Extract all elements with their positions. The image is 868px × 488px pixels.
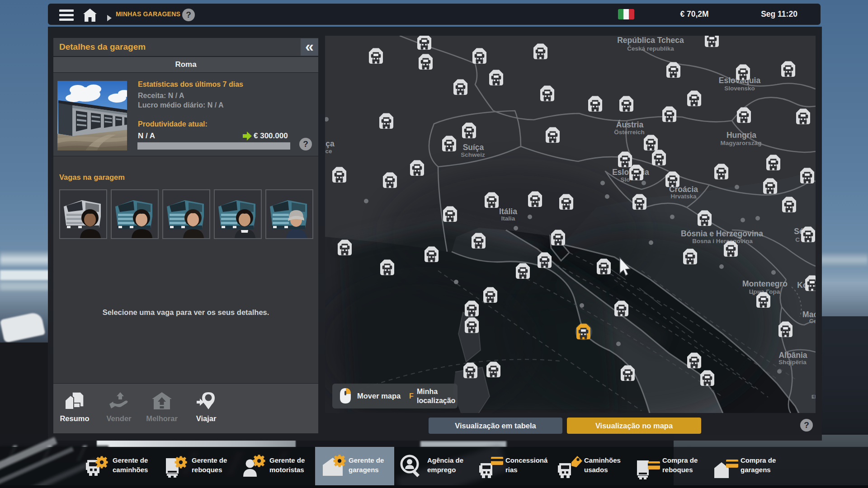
svg-text:Hungria: Hungria (726, 131, 756, 140)
svg-text:Bosna i Hercegovina: Bosna i Hercegovina (692, 238, 753, 244)
svg-text:ce: ce (325, 148, 332, 155)
svg-text:Hrvatska: Hrvatska (670, 193, 697, 200)
svg-text:Montenegro: Montenegro (742, 279, 788, 288)
svg-text:Cer: Cer (809, 318, 816, 324)
svg-text:Slovensko: Slovensko (724, 85, 755, 92)
svg-text:Áustria: Áustria (616, 120, 644, 129)
svg-text:Slo: Slo (620, 176, 630, 183)
svg-text:Österreich: Österreich (614, 129, 645, 136)
svg-text:Italia: Italia (501, 215, 515, 222)
svg-text:Schweiz: Schweiz (461, 151, 485, 158)
svg-text:C: C (795, 236, 800, 243)
svg-text:El: El (811, 394, 816, 399)
svg-text:República Tcheca: República Tcheca (617, 36, 684, 45)
svg-text:Magyarország: Magyarország (721, 140, 762, 146)
svg-text:Suíça: Suíça (463, 143, 484, 152)
svg-text:Albânia: Albânia (778, 351, 807, 360)
svg-text:Shqipëria: Shqipëria (778, 359, 807, 366)
svg-text:Itália: Itália (499, 207, 517, 216)
svg-text:Česká republika: Česká republika (627, 45, 674, 52)
svg-text:Bósnia e Herzegovina: Bósnia e Herzegovina (681, 229, 763, 238)
svg-text:ça: ça (326, 139, 335, 148)
